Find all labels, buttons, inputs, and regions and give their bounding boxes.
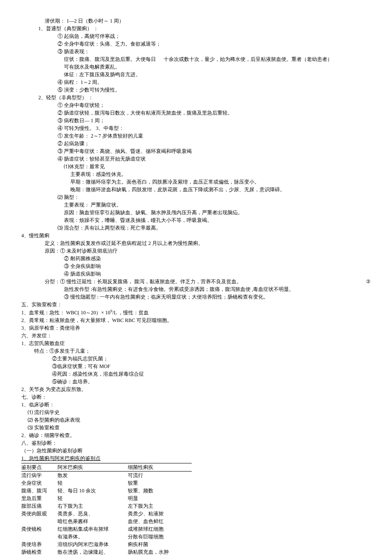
- t: 晚期：微循环淤血和缺氧，四肢发绀，皮肤花斑，血压下降或测不出，少尿、无尿，意识障…: [70, 187, 285, 193]
- td: 较重、频数: [128, 487, 192, 495]
- text-line: 早期：微循环痉挛为主。面色苍白，四肢厥冷及紫绀，血压正常或偏低，脉压变小。: [21, 178, 371, 186]
- t: ① 起病急，高烧可伴寒战；: [58, 33, 120, 39]
- t: ④死因：感染性休克，溶血性尿毒综合征: [52, 371, 144, 377]
- text-line: ⑤确诊：血培养。: [21, 378, 371, 385]
- td: 溶组织内阿米巴滋养体: [58, 541, 128, 548]
- t: ④ 病程： 1～2 周。: [58, 79, 102, 85]
- th: 细菌性痢疾: [128, 463, 192, 472]
- text-line: 1、志贺氏菌败血症: [21, 339, 371, 347]
- t: 症状：腹痛、腹泻及里急后重。大便每日: [64, 56, 156, 62]
- text-line: ③ 慢性隐匿型 : 一年内有急性菌痢史；临床无明显症状；大便培养阳性；肠镜检查有…: [21, 293, 371, 301]
- text-line: 3、病原学检查：粪便培养: [21, 324, 371, 332]
- td: 成堆脓球红细胞 分散有巨噬细胞: [128, 525, 192, 541]
- t: ④ 肠道疾病影响: [64, 271, 101, 277]
- text-line: 1、血常规：急性： WBC( 10～20）× 109/L ，慢性：贫血: [21, 308, 371, 316]
- text-line: 定义：急性菌痢反复发作或迁延不愈病程超过 2 月以上者为慢性菌痢。: [21, 239, 371, 247]
- t: ②: [366, 278, 371, 285]
- text-line: 五、实验室检查：: [21, 301, 371, 308]
- t: 可有脱水及电解质紊乱。: [64, 64, 120, 70]
- t: 潜伏期： 1—2 日（数小时～ 1 周）: [45, 18, 124, 24]
- text-line: ② 起病急骤；: [21, 140, 371, 147]
- text-line: ③ 严重中毒症状：高烧、抽风、昏迷、循环衰竭和呼吸衰竭: [21, 147, 371, 155]
- t: 十余次或数十次，量少，始为稀水便，后呈粘液脓血便。重者（老幼患者）: [164, 56, 332, 62]
- table-header-row: 鉴别要点 阿米巴痢疾 细菌性痢疾: [21, 463, 192, 472]
- table-row: 全身症状 轻 较重: [21, 479, 192, 487]
- td: 右下腹为主: [58, 502, 128, 510]
- t: 1、血常规：急性： WBC( 10～20）× 10: [21, 310, 110, 316]
- table-row: 腹痛、腹泻 轻、每日 10 余次 较重、频数: [21, 487, 192, 495]
- td: 肠粘膜充血，水肿 浅表溃疡: [128, 548, 192, 555]
- t: 八、鉴别诊断：: [21, 440, 57, 446]
- t: 2、粪常规：粘液脓血便，有大量脓球， WBC RBC 可见巨噬细胞。: [21, 317, 172, 323]
- text-line: 可有脱水及电解质紊乱。: [21, 63, 371, 71]
- t: ③ 严重中毒症状：高烧、抽风、昏迷、循环衰竭和呼吸衰竭: [58, 148, 192, 154]
- t: /L ，慢性：贫血: [112, 310, 149, 316]
- table-row: 肠镜检查 散在溃疡，边缘隆起、 充血、溃疡间粘膜正常 肠粘膜充血，水肿 浅表溃疡: [21, 548, 192, 555]
- t: ⑵ 各型菌痢的临床表现: [28, 417, 80, 423]
- t: ⑴休克型：最常见: [64, 164, 105, 170]
- text-line: ⑶ 实验室检查: [21, 424, 371, 431]
- td: 里急后重: [21, 495, 58, 502]
- td: 轻: [58, 479, 128, 487]
- text-line: ②主要为福氏志贺氏菌；: [21, 355, 371, 362]
- t: 五、实验室检查：: [21, 302, 62, 308]
- text-line: ① 起病急，高烧可伴寒战；: [21, 32, 371, 40]
- text-line: ③ 病程数日— 1 周；: [21, 117, 371, 124]
- text-line: ④ 病程： 1～2 周。: [21, 78, 371, 86]
- td: 明显: [128, 495, 192, 502]
- t: （一）急性菌痢的鉴别诊断: [21, 448, 83, 454]
- t: ③ 病程数日— 1 周；: [58, 118, 105, 124]
- text-line: 八、鉴别诊断：: [21, 439, 371, 447]
- td: 较重: [128, 479, 192, 487]
- t: 分型：① 慢性迁延性：长期反复腹痛， 腹泻，黏液脓血便。伴乏力，营养不良及贫血。: [45, 278, 242, 285]
- t: ③ 全身疾病影响: [64, 263, 101, 269]
- t: ②主要为福氏志贺氏菌；: [52, 356, 108, 362]
- text-line: 1、临床诊断：: [21, 401, 371, 408]
- text-line: 2、粪常规：粘液脓血便，有大量脓球， WBC RBC 可见巨噬细胞。: [21, 316, 371, 324]
- td: 粪便肉眼观: [21, 510, 58, 525]
- t: ② 肠道症状轻，腹泻每日数次，大便有粘液而无脓血便，腹痛及里急后重轻。: [58, 110, 233, 116]
- text-line: ④ 肠道症状：较轻甚至开始无肠道症状: [21, 155, 371, 163]
- t: ⑵ 脑型：: [58, 194, 79, 200]
- text-line: ⑴休克型：最常见: [21, 163, 371, 170]
- text-line: （一）急性菌痢的鉴别诊断: [21, 447, 371, 454]
- t: 2、轻型（非典型型） ：: [38, 95, 93, 101]
- text-line: 表现：烦躁不安，嗜睡、昏迷及抽搐，瞳孔大小不等，呼吸衰竭。: [21, 216, 371, 224]
- text-line: 急性发作型 :有急性菌痢史；有进食生冷食物。劳累或受凉诱因；腹痛，腹泻脓血便 ,…: [21, 285, 371, 293]
- td: 全身症状: [21, 479, 58, 487]
- comparison-table: 鉴别要点 阿米巴痢疾 细菌性痢疾 流行病学 散发 可流行 全身症状 轻 较重 腹…: [21, 463, 192, 555]
- td: 轻: [58, 495, 128, 502]
- t: 主要表现：感染性休克。: [70, 171, 127, 177]
- t: ⑶ 实验室检查: [28, 425, 60, 431]
- text-line: ③ 全身疾病影响: [21, 262, 371, 270]
- t: ② 起病急骤；: [58, 141, 89, 147]
- text-line: ④ 可转为慢性。 3、中毒型：: [21, 124, 371, 132]
- t: 1、志贺氏菌败血症: [21, 340, 65, 346]
- td: 粪便镜检: [21, 525, 58, 541]
- t: ③ 慢性隐匿型 : 一年内有急性菌痢史；临床无明显症状；大便培养阳性；肠镜检查有…: [64, 294, 268, 300]
- td: 肠镜检查: [21, 548, 58, 555]
- t: ② 全身中毒症状：头痛、乏力。食欲减退等；: [58, 41, 161, 47]
- text-line: ① 全身中毒症状轻；: [21, 101, 371, 109]
- text-line: ② 肠道症状轻，腹泻每日数次，大便有粘液而无脓血便，腹痛及里急后重轻。: [21, 109, 371, 117]
- text-line: 原因：① 未及时诊断及彻底治疗: [21, 247, 371, 255]
- table-row: 里急后重 轻 明显: [21, 495, 192, 502]
- t: ⑴ 流行病学史: [28, 409, 60, 415]
- t: 表现：烦躁不安，嗜睡、昏迷及抽搐，瞳孔大小不等，呼吸衰竭。: [64, 217, 212, 223]
- text-line: ④ 肠道疾病影响: [21, 270, 371, 278]
- text-line: 潜伏期： 1—2 日（数小时～ 1 周）: [21, 17, 371, 25]
- text-line: 七、诊断：: [21, 393, 371, 401]
- text-line: 主要表现： 严重脑症状。: [21, 201, 371, 209]
- text-line: ⑵ 脑型：: [21, 193, 371, 201]
- text-line: 分型：① 慢性迁延性：长期反复腹痛， 腹泻，黏液脓血便。伴乏力，营养不良及贫血。…: [21, 278, 371, 285]
- text-line: ⑤ 演变：少数可转为慢性。: [21, 86, 371, 94]
- t: 主要表现： 严重脑症状。: [64, 202, 121, 208]
- t: 4、慢性菌痢: [21, 233, 49, 239]
- t: ① 全身中毒症状轻；: [58, 102, 105, 108]
- text-line: 症状：腹痛、腹泻及里急后重。大便每日 十余次或数十次，量少，始为稀水便，后呈粘液…: [21, 55, 371, 63]
- t: 1、临床诊断：: [21, 402, 55, 408]
- text-line: 主要表现：感染性休克。: [21, 170, 371, 178]
- text-line: 2、轻型（非典型型） ：: [21, 94, 371, 101]
- text-line: 体征：左下腹压痛及肠鸣音亢进。: [21, 71, 371, 78]
- text-line: ④死因：感染性休克，溶血性尿毒综合征: [21, 370, 371, 378]
